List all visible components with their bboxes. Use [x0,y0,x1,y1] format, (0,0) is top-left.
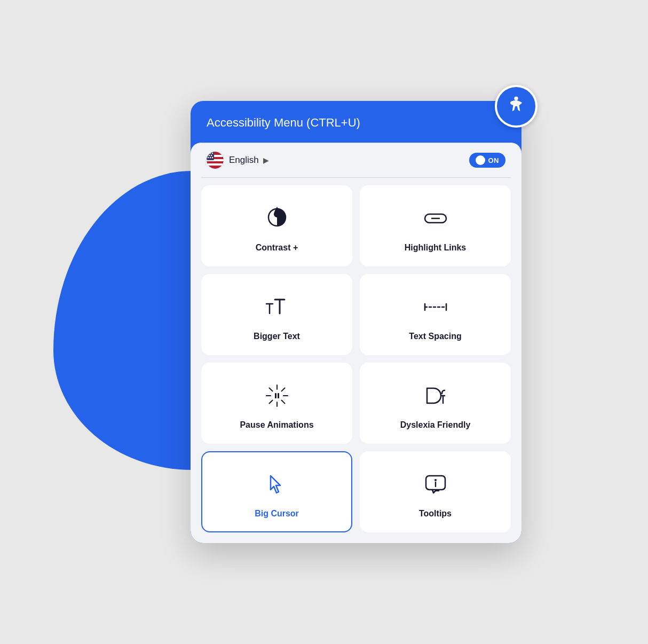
dyslexia-card[interactable]: Dyslexia Friendly [360,363,511,444]
panel-title: Accessibility Menu (CTRL+U) [207,116,360,130]
svg-point-11 [208,157,209,158]
panel-header: Accessibility Menu (CTRL+U) [191,101,521,143]
us-flag-svg [207,152,224,169]
big-cursor-label: Big Cursor [255,509,299,519]
contrast-card[interactable]: Contrast + [201,185,352,266]
language-row[interactable]: English ▶ ON [201,143,511,177]
panel-title-normal: (CTRL+U) [303,116,360,129]
tooltips-card[interactable]: Tooltips [360,451,511,532]
svg-point-13 [212,157,213,158]
toggle-label: ON [488,156,500,164]
cards-grid: Contrast + Highlight Links [201,185,511,532]
cursor-icon [263,468,291,500]
flag-icon [207,152,224,169]
contrast-icon [263,202,291,234]
accessibility-icon [504,95,528,118]
svg-line-28 [269,400,272,404]
link-icon [422,202,449,234]
pause-animations-card[interactable]: Pause Animations [201,363,352,444]
bottom-divider [201,177,511,178]
svg-point-6 [208,153,209,154]
svg-point-10 [211,155,212,156]
svg-rect-29 [275,393,276,398]
chevron-right-icon: ▶ [263,156,269,164]
toggle-button[interactable]: ON [469,153,506,168]
language-label: English [229,155,259,166]
text-size-icon [263,291,291,323]
tooltips-label: Tooltips [419,509,452,519]
text-spacing-card[interactable]: Text Spacing [360,274,511,355]
bigger-text-label: Bigger Text [254,332,300,341]
svg-point-9 [209,155,210,156]
pause-icon [263,380,291,412]
svg-line-26 [281,400,285,404]
svg-point-34 [434,479,437,481]
dyslexia-icon [422,380,449,412]
tooltip-icon [422,468,449,500]
text-spacing-label: Text Spacing [409,332,461,341]
svg-rect-4 [207,163,224,166]
svg-line-25 [269,388,272,391]
contrast-label: Contrast + [256,243,298,253]
svg-point-0 [514,97,518,100]
svg-point-7 [210,153,211,154]
pause-animations-label: Pause Animations [240,420,313,430]
big-cursor-card[interactable]: Big Cursor [201,451,352,532]
highlight-links-card[interactable]: Highlight Links [360,185,511,266]
toggle-circle [476,155,485,165]
highlight-links-label: Highlight Links [405,243,467,253]
dyslexia-label: Dyslexia Friendly [400,420,471,430]
bigger-text-card[interactable]: Bigger Text [201,274,352,355]
accessibility-panel: Accessibility Menu (CTRL+U) [191,101,521,543]
panel-wrapper: Accessibility Menu (CTRL+U) [191,101,521,543]
spacing-icon [422,291,449,323]
accessibility-button[interactable] [495,85,538,128]
panel-title-bold: Accessibility Menu [207,116,303,129]
svg-point-12 [210,157,211,158]
svg-point-8 [212,153,213,154]
svg-rect-30 [278,393,279,398]
svg-line-27 [281,388,285,391]
panel-body: English ▶ ON [191,143,521,543]
